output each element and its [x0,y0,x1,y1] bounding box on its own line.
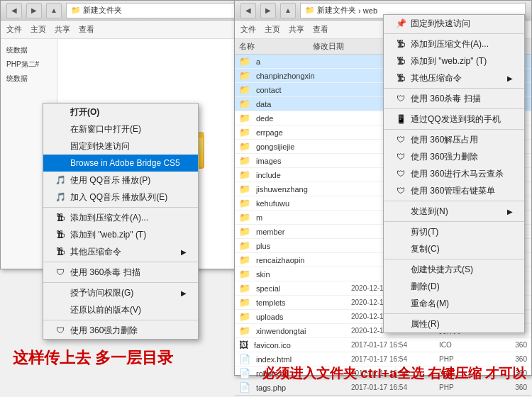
context-menu-item[interactable]: 属性(R) [384,315,524,332]
context-menu-item[interactable]: 🛡 使用 360解压占用 [384,131,524,148]
col-header-name[interactable]: 名称 [239,41,306,52]
file-list-item[interactable]: 🖼 favicon.ico 2017-01-17 16:54 ICO 360 [235,338,531,352]
context-menu-item[interactable]: 📱 通过QQ发送到我的手机 [384,111,524,128]
right-forward-arrow[interactable]: ▶ [260,3,276,18]
menu-item-label: 其他压缩命令 [70,246,121,258]
context-menu-item[interactable]: 🗜 添加到 "web.zip" (T) [384,52,524,69]
context-menu-left: 打开(O) 在新窗口中打开(E) 固定到快速访问 Browse in Adobe… [43,103,199,340]
menu-item-label: 添加到 "web.zip" (T) [70,229,146,241]
context-menu-item[interactable]: 🛡 使用 360杀毒 扫描 [43,264,198,281]
menu-separator [384,33,524,34]
context-menu-item[interactable]: Browse in Adobe Bridge CS5 [43,155,198,172]
menu-separator [384,201,524,201]
menu-item-icon: 🛡 [395,152,406,162]
context-menu-item[interactable]: 📌 固定到快速访问 [384,15,524,32]
menu-item-label: 使用 360进行木马云查杀 [411,168,504,180]
col-header-date[interactable]: 修改日期 [313,41,379,52]
toolbar-item[interactable]: 共享 [55,24,70,35]
context-menu-item[interactable]: 还原以前的版本(V) [43,301,198,318]
menu-item-label: 添加到压缩文件(A)... [70,212,148,224]
context-menu-item[interactable]: 🎵 使用 QQ音乐 播放(P) [43,172,198,189]
file-list-item[interactable]: 📄 tags.php 2017-01-17 16:54 PHP 360 [235,381,531,395]
file-icon: 📁 [239,99,250,109]
menu-item-label: 属性(R) [411,318,440,330]
file-name: favicon.ico [254,341,348,350]
toolbar-item[interactable]: 文件 [6,24,22,35]
menu-item-label: Browse in Adobe Bridge CS5 [70,158,180,168]
file-name: m [256,213,348,222]
context-menu-item[interactable]: 在新窗口中打开(E) [43,121,198,138]
menu-item-icon: 🛡 [395,135,406,145]
context-menu-item[interactable]: 🗜 添加到压缩文件(A)... [43,209,198,226]
file-name: images [256,157,348,165]
file-date: 2017-01-17 16:54 [351,355,436,363]
file-icon: 📁 [239,255,250,265]
right-toolbar-item[interactable]: 查看 [313,24,328,35]
file-icon: 📁 [239,297,250,308]
right-toolbar-item[interactable]: 共享 [289,24,304,35]
context-menu-item[interactable]: 🛡 使用 360杀毒 扫描 [384,90,524,107]
menu-separator [384,221,524,222]
menu-item-label: 还原以前的版本(V) [70,304,141,316]
file-name: rencaizhaopin [256,256,348,264]
up-arrow[interactable]: ▲ [46,3,62,18]
sidebar-item-2[interactable]: PHP第二# [4,57,54,72]
submenu-arrow: ▶ [181,248,187,256]
sidebar-item-3[interactable]: 统数据 [4,72,54,86]
file-date: 2017-01-17 16:54 [351,341,436,349]
menu-item-icon: 📱 [395,114,406,124]
context-menu-item[interactable]: 复制(C) [384,240,524,257]
menu-item-icon: 🗜 [395,39,406,49]
menu-item-icon: 🛡 [395,186,406,196]
file-name: tags.php [256,384,348,392]
context-menu-item[interactable]: 发送到(N) ▶ [384,203,524,220]
file-name: uploads [256,313,348,321]
forward-arrow[interactable]: ▶ [26,3,42,18]
toolbar-item[interactable]: 查看 [79,24,94,35]
context-menu-item[interactable]: 🗜 其他压缩命令 ▶ [43,243,198,260]
right-back-arrow[interactable]: ◀ [240,3,256,18]
file-icon: 📁 [239,155,250,166]
context-menu-item[interactable]: 🛡 使用 360进行木马云查杀 [384,165,524,182]
context-menu-item[interactable]: 剪切(T) [384,223,524,240]
context-menu-item[interactable]: 🗜 添加到 "web.zip" (T) [43,226,198,243]
context-menu-item[interactable]: 🛡 使用 360管理右键菜单 [384,182,524,199]
context-menu-item[interactable]: 授予访问权限(G) ▶ [43,284,198,301]
context-menu-item[interactable]: 删除(D) [384,278,524,295]
menu-item-label: 加入 QQ音乐 播放队列(E) [70,191,167,203]
file-list-item[interactable]: 📄 index.html 2017-01-17 16:54 PHP 360 [235,352,531,367]
context-menu-item[interactable]: 🎵 加入 QQ音乐 播放队列(E) [43,189,198,206]
menu-item-label: 在新窗口中打开(E) [70,123,141,135]
file-icon: 📁 [239,311,250,322]
context-menu-item[interactable]: 重命名(M) [384,295,524,312]
menu-item-label: 剪切(T) [411,226,438,238]
context-menu-item[interactable]: 创建快捷方式(S) [384,261,524,278]
file-size: 360 [484,341,527,349]
toolbar-item[interactable]: 主页 [31,24,46,35]
menu-item-label: 添加到压缩文件(A)... [411,38,489,50]
file-name: gongsijiejie [256,142,348,151]
right-toolbar-item[interactable]: 主页 [265,24,280,35]
context-menu-item[interactable]: 打开(O) [43,104,198,121]
file-name: xinwendongtai [256,327,348,335]
menu-item-label: 授予访问权限(G) [70,287,133,299]
context-menu-item[interactable]: 固定到快速访问 [43,138,198,155]
right-up-arrow[interactable]: ▲ [280,3,296,18]
file-name: jishuwenzhang [256,185,348,194]
context-menu-item[interactable]: 🛡 使用 360强力删除 [384,148,524,165]
file-icon: 📁 [239,127,250,138]
back-arrow[interactable]: ◀ [6,3,22,18]
menu-item-label: 使用 360杀毒 扫描 [70,267,140,279]
context-menu-item[interactable]: 🗜 其他压缩命令 ▶ [384,69,524,86]
menu-item-label: 使用 360杀毒 扫描 [411,93,481,105]
menu-item-label: 使用 QQ音乐 播放(P) [70,174,150,186]
right-toolbar-item[interactable]: 文件 [240,24,256,35]
file-icon: 📁 [239,226,250,237]
file-icon: 📁 [239,184,250,194]
file-icon: 📄 [239,382,250,393]
sidebar-item-1[interactable]: 统数据 [4,43,54,57]
menu-item-label: 发送到(N) [411,206,448,218]
context-menu-item[interactable]: 🛡 使用 360强力删除 [43,322,198,339]
context-menu-item[interactable]: 🗜 添加到压缩文件(A)... [384,35,524,52]
menu-separator [384,259,524,259]
